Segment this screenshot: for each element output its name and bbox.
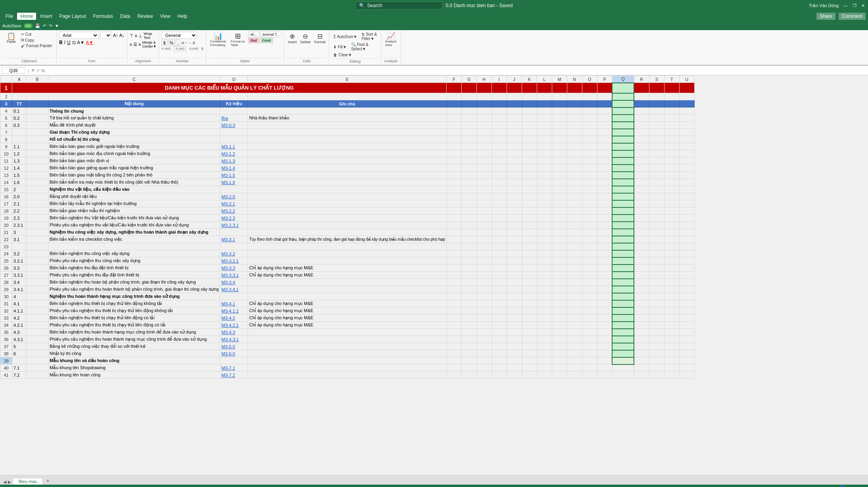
cell-reference-box[interactable] — [2, 67, 25, 74]
style-normal[interactable]: sh... — [248, 32, 259, 37]
col-header-P[interactable]: P — [597, 76, 612, 83]
row-header-9[interactable]: 9 — [0, 143, 12, 150]
zoom-slider[interactable] — [835, 485, 859, 487]
format-cells-button[interactable]: ⊟ Format — [313, 32, 327, 45]
cancel-formula-icon[interactable]: ✕ — [31, 68, 35, 73]
insert-function-icon[interactable]: fx — [42, 68, 45, 73]
number-format-select[interactable]: General — [161, 32, 197, 39]
row-header-12[interactable]: 12 — [0, 165, 12, 172]
autosave-toggle[interactable]: On — [24, 23, 33, 28]
col-header-M[interactable]: M — [552, 76, 567, 83]
cell-J1[interactable] — [507, 83, 522, 93]
menu-review[interactable]: Review — [134, 13, 156, 20]
save-icon[interactable]: 💾 — [35, 23, 40, 29]
menu-file[interactable]: File — [2, 13, 16, 20]
currency-button[interactable]: $ — [161, 40, 167, 46]
row-header-6[interactable]: 6 — [0, 122, 12, 129]
cell-N1[interactable] — [567, 83, 582, 93]
row-header-33[interactable]: 33 — [0, 314, 12, 322]
col-header-S[interactable]: S — [649, 76, 664, 83]
cell-I1[interactable] — [492, 83, 507, 93]
col-header-K[interactable]: K — [522, 76, 537, 83]
comment-button[interactable]: Comment — [839, 13, 866, 20]
copy-button[interactable]: ⧉ Copy — [19, 37, 54, 43]
row-header-37[interactable]: 37 — [0, 343, 12, 350]
row-header-15[interactable]: 15 — [0, 186, 12, 193]
style-journal[interactable]: Journal T... — [260, 32, 282, 37]
nav-right-icon[interactable]: ▶ — [8, 479, 11, 485]
row-header-24[interactable]: 24 — [0, 250, 12, 257]
menu-help[interactable]: Help — [174, 13, 190, 20]
row-header-20[interactable]: 20 — [0, 222, 12, 229]
align-right-button[interactable]: ≡ — [138, 42, 141, 47]
cut-button[interactable]: ✂ Cut — [19, 32, 54, 37]
row-header-13[interactable]: 13 — [0, 172, 12, 179]
decrease-decimal-button[interactable]: ←.0 — [188, 41, 195, 45]
row-header-38[interactable]: 38 — [0, 350, 12, 357]
row-header-17[interactable]: 17 — [0, 200, 12, 207]
find-select-button[interactable]: 🔍 Find &Select▼ — [350, 42, 370, 52]
fill-color-button[interactable]: A▼ — [77, 40, 84, 45]
customize-qa[interactable]: ▼ — [55, 23, 59, 28]
row-header-8[interactable]: 8 — [0, 136, 12, 143]
close-icon[interactable]: ✕ — [861, 3, 865, 8]
row-header-18[interactable]: 18 — [0, 207, 12, 215]
row-header-7[interactable]: 7 — [0, 129, 12, 136]
format-painter-button[interactable]: 🖌 Format Painter — [19, 43, 54, 48]
conditional-formatting-button[interactable]: 📊 ConditionalFormatting — [209, 32, 228, 48]
row-header-3[interactable]: 3 — [0, 100, 12, 107]
row-header-28[interactable]: 28 — [0, 279, 12, 286]
col-header-G[interactable]: G — [461, 76, 476, 83]
comma-button[interactable]: , — [176, 40, 180, 46]
link-m3-0-3[interactable]: M3-0.3 — [221, 123, 235, 128]
row-header-22[interactable]: 22 — [0, 236, 12, 243]
align-top-button[interactable]: ⊤ — [130, 33, 134, 38]
col-header-E[interactable]: E — [248, 76, 447, 83]
cell-A1[interactable]: DANH MỤC CÁC BIỂU MẪU QUẢN LÝ CHẤT LƯỢNG — [12, 83, 447, 93]
minimize-icon[interactable]: — — [843, 3, 848, 8]
insert-cells-button[interactable]: ⊕ Insert — [286, 32, 298, 45]
align-middle-button[interactable]: ≡ — [135, 33, 137, 38]
fill-button[interactable]: ⬇ Fill▼ — [332, 42, 348, 52]
align-bottom-button[interactable]: ⊥ — [138, 33, 142, 38]
row-header-26[interactable]: 26 — [0, 265, 12, 272]
cell-G1[interactable] — [461, 83, 476, 93]
format-as-table-button[interactable]: ⊞ Format asTable — [229, 32, 247, 48]
decrease-font-icon[interactable]: A↓ — [119, 33, 125, 38]
row-header-1[interactable]: 1 — [0, 83, 12, 93]
col-header-T[interactable]: T — [664, 76, 679, 83]
add-sheet-button[interactable]: + — [43, 477, 52, 485]
row-header-29[interactable]: 29 — [0, 286, 12, 293]
row-header-16[interactable]: 16 — [0, 193, 12, 200]
row-header-36[interactable]: 36 — [0, 336, 12, 343]
row-header-35[interactable]: 35 — [0, 329, 12, 336]
row-header-31[interactable]: 31 — [0, 300, 12, 307]
menu-data[interactable]: Data — [117, 13, 133, 20]
font-name-select[interactable]: Arial — [59, 32, 99, 39]
font-color-button[interactable]: A▼ — [86, 40, 93, 45]
row-header-40[interactable]: 40 — [0, 364, 12, 372]
col-header-J[interactable]: J — [507, 76, 522, 83]
autosum-button[interactable]: Σ AutoSum▼ — [332, 32, 359, 41]
merge-center-button[interactable]: Merge &Center▼ — [142, 40, 156, 48]
row-header-4[interactable]: 4 — [0, 107, 12, 115]
delete-cells-button[interactable]: ⊖ Delete — [299, 32, 312, 45]
search-bar[interactable]: 🔍 Search — [355, 2, 443, 10]
row-header-5[interactable]: 5 — [0, 115, 12, 122]
style-bad[interactable]: Bad — [248, 38, 259, 43]
cell-M1[interactable] — [552, 83, 567, 93]
cell-U1[interactable] — [679, 83, 694, 93]
row-header-23[interactable]: 23 — [0, 243, 12, 250]
row-header-32[interactable]: 32 — [0, 307, 12, 314]
nav-left-icon[interactable]: ◀ — [3, 479, 6, 485]
col-header-F[interactable]: F — [446, 76, 461, 83]
formula-input[interactable] — [46, 68, 866, 73]
restore-icon[interactable]: ❐ — [853, 3, 856, 8]
menu-view[interactable]: View — [157, 13, 174, 20]
share-button[interactable]: Share — [816, 13, 835, 20]
col-header-A[interactable]: A — [12, 76, 27, 83]
underline-button[interactable]: U — [67, 40, 71, 45]
menu-home[interactable]: Home — [17, 13, 36, 20]
col-header-R[interactable]: R — [634, 76, 649, 83]
col-header-D[interactable]: D — [220, 76, 248, 83]
